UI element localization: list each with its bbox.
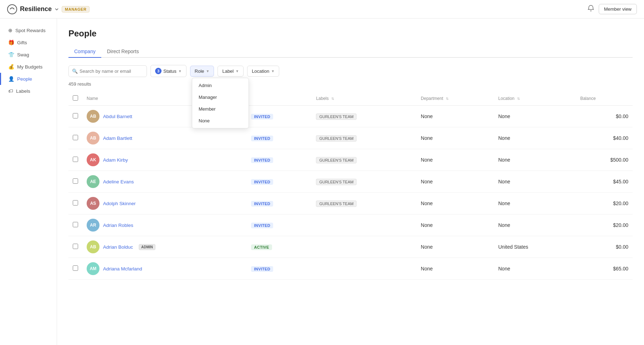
row-checkbox[interactable] — [73, 222, 78, 227]
label-badge: GURLEEN'S TEAM — [316, 179, 357, 185]
filters-row: 🔍 3 Status ▼ Role ▼ Label ▼ Location ▼ — [68, 65, 633, 77]
sidebar-item-label: Gifts — [17, 40, 27, 45]
row-checkbox[interactable] — [73, 244, 78, 249]
row-checkbox[interactable] — [73, 157, 78, 162]
name-cell: AS Adolph Skinner — [87, 197, 242, 210]
balance-cell: $65.00 — [576, 258, 633, 280]
nav-right: Member view — [587, 4, 637, 14]
label-filter-button[interactable]: Label ▼ — [218, 66, 244, 77]
status-badge: INVITED — [251, 114, 273, 120]
table-row: AR Adrian Robles INVITED None None $20.0… — [68, 214, 633, 236]
table-row: AB Abdul Barnett INVITED GURLEEN'S TEAM … — [68, 106, 633, 127]
department-cell: None — [416, 258, 494, 280]
name-cell: AM Adriana Mcfarland — [87, 262, 242, 275]
sort-labels-icon: ⇅ — [331, 97, 334, 101]
department-cell: None — [416, 236, 494, 258]
top-nav: Resilience MANAGER Member view — [0, 0, 644, 19]
location-filter-button[interactable]: Location ▼ — [247, 66, 279, 77]
role-option-admin[interactable]: Admin — [192, 80, 249, 91]
select-all-checkbox[interactable] — [73, 95, 78, 101]
department-cell: None — [416, 193, 494, 214]
role-option-member[interactable]: Member — [192, 103, 249, 115]
person-name[interactable]: Adolph Skinner — [103, 201, 136, 206]
avatar: AB — [87, 132, 99, 144]
status-badge: ACTIVE — [251, 244, 272, 250]
location-cell: None — [494, 106, 576, 127]
name-cell: AR Adrian Robles — [87, 219, 242, 232]
search-input[interactable] — [68, 65, 147, 77]
spot-rewards-icon: ⊕ — [8, 27, 12, 33]
col-department: Department ⇅ — [416, 92, 494, 106]
person-name[interactable]: Abdul Barnett — [103, 114, 132, 119]
search-wrapper: 🔍 — [68, 65, 147, 77]
avatar: AM — [87, 262, 99, 275]
role-filter-button[interactable]: Role ▼ — [190, 66, 214, 77]
location-cell: None — [494, 193, 576, 214]
results-count: 459 results — [68, 81, 633, 87]
logo-icon — [7, 4, 17, 14]
sidebar-item-my-budgets[interactable]: 💰 My Budgets — [0, 61, 57, 73]
sidebar-item-labels[interactable]: 🏷 Labels — [0, 85, 57, 97]
row-checkbox[interactable] — [73, 135, 78, 140]
balance-cell: $0.00 — [576, 236, 633, 258]
avatar: AE — [87, 175, 99, 188]
person-name[interactable]: Adrian Robles — [103, 223, 133, 228]
person-name[interactable]: Adriana Mcfarland — [103, 266, 142, 272]
sidebar-item-people[interactable]: 👤 People — [0, 73, 57, 85]
table-row: AK Adam Kirby INVITED GURLEEN'S TEAM Non… — [68, 149, 633, 171]
label-filter-label: Label — [222, 69, 234, 74]
location-cell: None — [494, 171, 576, 193]
location-cell: None — [494, 127, 576, 149]
row-checkbox[interactable] — [73, 265, 78, 271]
location-chevron-icon: ▼ — [271, 69, 275, 73]
status-badge: INVITED — [251, 201, 273, 207]
balance-cell: $500.00 — [576, 149, 633, 171]
table-row: AM Adriana Mcfarland INVITED None None $… — [68, 258, 633, 280]
app-name: Resilience — [20, 5, 52, 13]
tab-direct-reports[interactable]: Direct Reports — [101, 46, 144, 58]
sidebar-item-swag[interactable]: 👕 Swag — [0, 49, 57, 61]
sidebar-item-spot-rewards[interactable]: ⊕ Spot Rewards — [0, 24, 57, 36]
col-labels: Labels ⇅ — [312, 92, 416, 106]
role-dropdown: Admin Manager Member None — [192, 78, 249, 128]
status-badge: INVITED — [251, 266, 273, 272]
nav-left: Resilience MANAGER — [7, 4, 90, 14]
person-name[interactable]: Adam Kirby — [103, 157, 128, 163]
sidebar-item-gifts[interactable]: 🎁 Gifts — [0, 36, 57, 49]
row-checkbox[interactable] — [73, 200, 78, 206]
status-badge: INVITED — [251, 136, 273, 141]
status-badge: INVITED — [251, 179, 273, 185]
status-filter-button[interactable]: 3 Status ▼ — [150, 65, 186, 77]
notification-bell[interactable] — [587, 5, 594, 14]
row-checkbox[interactable] — [73, 178, 78, 184]
balance-cell: $20.00 — [576, 193, 633, 214]
location-cell: None — [494, 214, 576, 236]
chevron-down-icon — [55, 7, 59, 11]
balance-cell: $45.00 — [576, 171, 633, 193]
sidebar-item-label: Labels — [16, 88, 30, 94]
swag-icon: 👕 — [8, 52, 14, 57]
row-checkbox[interactable] — [73, 113, 78, 118]
name-cell: AK Adam Kirby — [87, 153, 242, 166]
person-name[interactable]: Adam Bartlett — [103, 136, 132, 141]
avatar: AB — [87, 240, 99, 253]
department-cell: None — [416, 127, 494, 149]
balance-cell: $0.00 — [576, 106, 633, 127]
role-option-manager[interactable]: Manager — [192, 91, 249, 103]
department-cell: None — [416, 214, 494, 236]
label-chevron-icon: ▼ — [235, 69, 239, 73]
col-location: Location ⇅ — [494, 92, 576, 106]
status-chevron-icon: ▼ — [178, 69, 182, 73]
member-view-button[interactable]: Member view — [599, 4, 637, 14]
role-option-none[interactable]: None — [192, 115, 249, 127]
person-name[interactable]: Adeline Evans — [103, 179, 134, 184]
status-badge: INVITED — [251, 157, 273, 163]
tab-company[interactable]: Company — [68, 46, 101, 58]
people-icon: 👤 — [8, 76, 14, 82]
svg-point-0 — [7, 5, 17, 14]
balance-cell: $20.00 — [576, 214, 633, 236]
budgets-icon: 💰 — [8, 64, 14, 70]
table-row: AE Adeline Evans INVITED GURLEEN'S TEAM … — [68, 171, 633, 193]
person-name[interactable]: Adrian Bolduc — [103, 244, 133, 250]
status-filter-badge: 3 — [155, 68, 162, 74]
